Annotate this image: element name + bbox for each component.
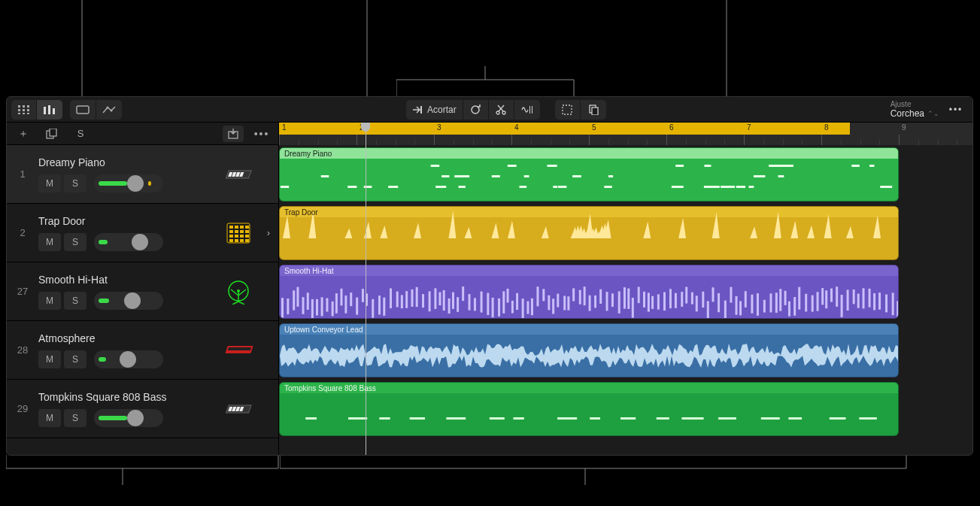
svg-rect-232 bbox=[620, 417, 636, 420]
add-track-button[interactable]: ＋ bbox=[13, 126, 34, 142]
track-header[interactable]: 28 Atmosphere M S bbox=[7, 321, 278, 380]
mute-button[interactable]: M bbox=[38, 409, 61, 427]
automation-mode-button[interactable] bbox=[96, 100, 122, 120]
svg-rect-207 bbox=[817, 292, 819, 311]
track-header[interactable]: 1 Dreamy Piano M S bbox=[7, 145, 278, 204]
svg-rect-10 bbox=[23, 113, 25, 114]
global-solo-button[interactable]: S bbox=[70, 126, 91, 142]
track-name-label: Smooth Hi-Hat bbox=[38, 274, 217, 286]
svg-rect-70 bbox=[281, 186, 289, 188]
svg-rect-11 bbox=[27, 113, 29, 114]
volume-slider[interactable] bbox=[94, 174, 163, 192]
instrument-icon bbox=[221, 274, 256, 309]
svg-rect-15 bbox=[77, 106, 89, 114]
svg-rect-186 bbox=[702, 292, 704, 308]
region[interactable]: Trap Door bbox=[279, 206, 899, 260]
mixer-view-button[interactable] bbox=[37, 100, 62, 120]
region[interactable]: Tompkins Square 808 Bass bbox=[279, 382, 899, 436]
ruler-bar-number: 9 bbox=[902, 123, 906, 132]
svg-rect-237 bbox=[788, 417, 802, 420]
library-view-button[interactable] bbox=[11, 100, 37, 120]
volume-slider[interactable] bbox=[94, 409, 163, 427]
svg-rect-101 bbox=[492, 175, 500, 177]
more-menu-button[interactable]: ••• bbox=[947, 100, 965, 120]
svg-rect-83 bbox=[749, 186, 754, 188]
svg-rect-222 bbox=[897, 301, 898, 318]
svg-rect-48 bbox=[229, 239, 233, 242]
svg-rect-60 bbox=[228, 347, 251, 350]
svg-rect-189 bbox=[718, 293, 720, 312]
snap-control[interactable]: Ajuste Corchea ⌃⌄ bbox=[890, 100, 939, 119]
svg-point-53 bbox=[237, 289, 240, 292]
svg-rect-115 bbox=[326, 298, 328, 312]
svg-rect-84 bbox=[736, 186, 745, 188]
trim-tool-button[interactable]: Acortar bbox=[406, 100, 463, 120]
svg-rect-136 bbox=[438, 292, 441, 306]
playhead-line[interactable] bbox=[366, 145, 366, 455]
svg-rect-135 bbox=[434, 288, 436, 308]
volume-slider[interactable] bbox=[94, 350, 163, 368]
svg-rect-85 bbox=[782, 165, 793, 167]
svg-rect-141 bbox=[462, 286, 464, 301]
arrange-mode-button[interactable] bbox=[70, 100, 96, 120]
svg-rect-125 bbox=[378, 295, 381, 314]
mute-button[interactable]: M bbox=[38, 233, 61, 251]
solo-button[interactable]: S bbox=[64, 233, 86, 251]
region[interactable]: Uptown Conveyor Lead bbox=[279, 323, 899, 377]
catch-playhead-button[interactable] bbox=[581, 100, 606, 120]
svg-rect-118 bbox=[340, 289, 342, 306]
svg-rect-8 bbox=[27, 109, 29, 111]
mute-button[interactable]: M bbox=[38, 174, 61, 192]
volume-slider[interactable] bbox=[94, 292, 163, 310]
marquee-button[interactable] bbox=[555, 100, 581, 120]
svg-rect-190 bbox=[724, 301, 727, 318]
track-header[interactable]: 27 Smooth Hi-Hat M S bbox=[7, 262, 278, 321]
svg-rect-167 bbox=[599, 289, 602, 304]
track-header[interactable]: 29 Tompkins Square 808 Bass M S bbox=[7, 380, 278, 438]
svg-point-20 bbox=[496, 111, 499, 114]
split-tool-button[interactable] bbox=[489, 100, 514, 120]
marquee-icon bbox=[562, 105, 572, 115]
duplicate-track-button[interactable] bbox=[41, 126, 62, 142]
svg-rect-220 bbox=[885, 295, 887, 313]
svg-rect-183 bbox=[685, 287, 687, 304]
svg-rect-102 bbox=[851, 165, 860, 167]
svg-rect-166 bbox=[594, 295, 596, 308]
svg-rect-91 bbox=[869, 165, 874, 167]
svg-rect-143 bbox=[474, 298, 476, 311]
svg-rect-100 bbox=[508, 165, 517, 167]
mute-button[interactable]: M bbox=[38, 350, 61, 368]
solo-button[interactable]: S bbox=[64, 350, 86, 368]
svg-rect-71 bbox=[769, 165, 780, 167]
cycle-region[interactable] bbox=[279, 123, 899, 135]
solo-button[interactable]: S bbox=[64, 292, 86, 310]
import-button[interactable] bbox=[223, 126, 244, 142]
svg-rect-193 bbox=[739, 301, 742, 315]
region[interactable]: Smooth Hi-Hat bbox=[279, 265, 899, 319]
svg-rect-192 bbox=[736, 296, 738, 315]
flex-tool-button[interactable] bbox=[514, 100, 540, 120]
track-name-label: Trap Door bbox=[38, 215, 217, 227]
svg-rect-156 bbox=[542, 289, 545, 301]
svg-rect-99 bbox=[675, 165, 684, 167]
track-header-more-button[interactable]: ••• bbox=[251, 126, 272, 142]
chevron-right-icon[interactable]: › bbox=[267, 227, 270, 238]
mute-button[interactable]: M bbox=[38, 292, 61, 310]
solo-button[interactable]: S bbox=[64, 174, 86, 192]
solo-label: S bbox=[77, 128, 84, 139]
import-icon bbox=[228, 129, 238, 139]
svg-rect-170 bbox=[618, 291, 620, 313]
svg-rect-6 bbox=[18, 109, 20, 111]
timeline-ruler[interactable]: 123456789 bbox=[279, 123, 972, 145]
loop-tool-button[interactable] bbox=[463, 100, 489, 120]
svg-rect-231 bbox=[590, 417, 600, 420]
snap-value: Corchea bbox=[890, 108, 924, 119]
volume-slider[interactable] bbox=[94, 233, 163, 251]
track-header[interactable]: 2 Trap Door M S › bbox=[7, 204, 278, 262]
tracks-menu-bar: Acortar Ajuste Corchea bbox=[7, 97, 972, 123]
region[interactable]: Dreamy Piano bbox=[279, 147, 899, 201]
svg-rect-214 bbox=[853, 289, 855, 304]
svg-rect-110 bbox=[302, 297, 305, 314]
solo-button[interactable]: S bbox=[64, 409, 86, 427]
playhead[interactable] bbox=[366, 123, 366, 145]
